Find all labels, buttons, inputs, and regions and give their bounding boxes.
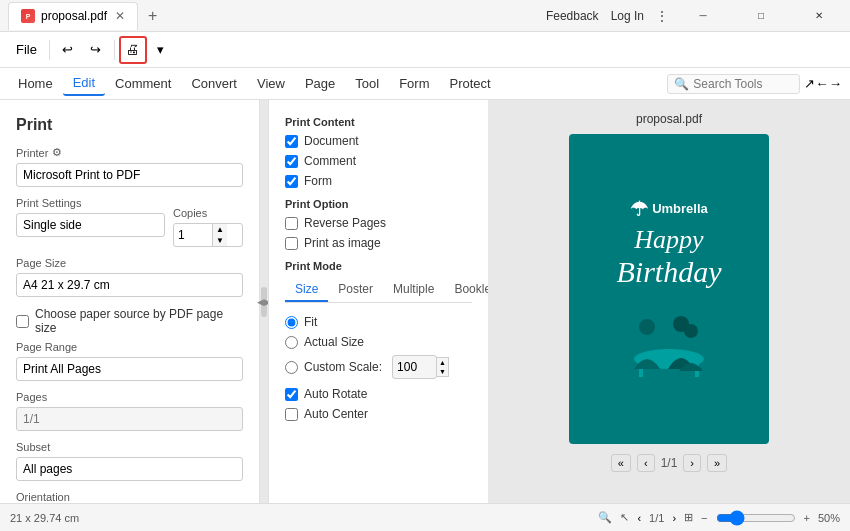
form-checkbox[interactable]: [285, 175, 298, 188]
auto-center-row: Auto Center: [285, 407, 472, 421]
status-right: 🔍 ↖ ‹ 1/1 › ⊞ − + 50%: [598, 510, 840, 526]
mode-tab-poster[interactable]: Poster: [328, 278, 383, 302]
file-menu-btn[interactable]: File: [8, 42, 45, 57]
panel-divider[interactable]: ◀▶: [260, 100, 268, 503]
next-page-btn[interactable]: ›: [683, 454, 701, 472]
reverse-pages-checkbox[interactable]: [285, 217, 298, 230]
menu-view[interactable]: View: [247, 72, 295, 95]
print-btn-toolbar[interactable]: 🖨: [119, 36, 147, 64]
copies-down-btn[interactable]: ▼: [213, 235, 227, 246]
pages-input[interactable]: [16, 407, 243, 431]
custom-scale-input[interactable]: [392, 355, 437, 379]
forward-btn[interactable]: →: [829, 76, 842, 91]
auto-rotate-checkbox[interactable]: [285, 388, 298, 401]
status-prev-btn[interactable]: ‹: [637, 512, 641, 524]
status-zoom-level: 50%: [818, 512, 840, 524]
print-settings-row: Print Settings Single side: [16, 197, 165, 237]
actual-size-radio[interactable]: [285, 336, 298, 349]
maximize-btn[interactable]: □: [738, 0, 784, 32]
copies-label: Copies: [173, 207, 243, 219]
custom-scale-radio[interactable]: [285, 361, 298, 374]
new-tab-btn[interactable]: +: [140, 3, 165, 29]
preview-nav: « ‹ 1/1 › »: [611, 454, 727, 472]
back-btn[interactable]: ←: [815, 76, 828, 91]
svg-point-7: [684, 324, 698, 338]
preview-birthday-text: Birthday: [617, 255, 722, 289]
pagesize-select[interactable]: A4 21 x 29.7 cm: [16, 273, 243, 297]
form-label: Form: [304, 174, 332, 188]
printer-settings-icon[interactable]: ⚙: [52, 146, 62, 159]
feedback-link[interactable]: Feedback: [546, 9, 599, 23]
redo-btn[interactable]: ↪: [82, 36, 110, 64]
menu-dots[interactable]: ⋮: [656, 9, 668, 23]
pages-label: Pages: [16, 391, 243, 403]
menu-form[interactable]: Form: [389, 72, 439, 95]
mode-tab-size[interactable]: Size: [285, 278, 328, 302]
choose-paper-label: Choose paper source by PDF page size: [35, 307, 243, 335]
pdf-icon: P: [21, 9, 35, 23]
title-bar: P proposal.pdf ✕ + Feedback Log In ⋮ ─ □…: [0, 0, 850, 32]
status-next-btn[interactable]: ›: [672, 512, 676, 524]
print-as-image-label: Print as image: [304, 236, 381, 250]
tab-filename: proposal.pdf: [41, 9, 107, 23]
menu-bar: Home Edit Comment Convert View Page Tool…: [0, 68, 850, 100]
document-checkbox-row: Document: [285, 134, 472, 148]
zoom-slider[interactable]: [716, 510, 796, 526]
file-tab[interactable]: P proposal.pdf ✕: [8, 2, 138, 30]
menu-edit[interactable]: Edit: [63, 71, 105, 96]
menu-comment[interactable]: Comment: [105, 72, 181, 95]
copies-input[interactable]: [174, 224, 212, 246]
preview-filename: proposal.pdf: [636, 112, 702, 126]
scale-up-btn[interactable]: ▲: [437, 358, 448, 367]
print-as-image-row: Print as image: [285, 236, 472, 250]
preview-card: ☂ Umbrella Happy Birthday: [569, 134, 769, 444]
custom-scale-label: Custom Scale:: [304, 360, 382, 374]
first-page-btn[interactable]: «: [611, 454, 631, 472]
pagerange-label: Page Range: [16, 341, 243, 353]
undo-btn[interactable]: ↩: [54, 36, 82, 64]
print-settings-select[interactable]: Single side: [16, 213, 165, 237]
subset-select[interactable]: All pages: [16, 457, 243, 481]
tab-close-btn[interactable]: ✕: [115, 9, 125, 23]
login-link[interactable]: Log In: [611, 9, 644, 23]
print-content-label: Print Content: [285, 116, 472, 128]
printer-select[interactable]: Microsoft Print to PDF: [16, 163, 243, 187]
comment-checkbox[interactable]: [285, 155, 298, 168]
print-as-image-checkbox[interactable]: [285, 237, 298, 250]
fit-radio[interactable]: [285, 316, 298, 329]
svg-point-5: [639, 319, 655, 335]
toolbar: File ↩ ↪ 🖨 ▾: [0, 32, 850, 68]
menu-home[interactable]: Home: [8, 72, 63, 95]
menu-protect[interactable]: Protect: [440, 72, 501, 95]
print-dialog-title: Print: [16, 116, 243, 134]
status-dimensions: 21 x 29.74 cm: [10, 512, 79, 524]
menu-page[interactable]: Page: [295, 72, 345, 95]
search-icon: 🔍: [674, 77, 689, 91]
copies-up-btn[interactable]: ▲: [213, 224, 227, 235]
comment-label: Comment: [304, 154, 356, 168]
minimize-btn[interactable]: ─: [680, 0, 726, 32]
search-box[interactable]: 🔍: [667, 74, 800, 94]
last-page-btn[interactable]: »: [707, 454, 727, 472]
auto-rotate-label: Auto Rotate: [304, 387, 367, 401]
external-link-btn[interactable]: ↗: [804, 76, 815, 91]
menu-convert[interactable]: Convert: [181, 72, 247, 95]
menu-tool[interactable]: Tool: [345, 72, 389, 95]
pagesize-label: Page Size: [16, 257, 243, 269]
print-dialog-panel: Print Printer ⚙ Microsoft Print to PDF P…: [0, 100, 260, 503]
mode-tab-multiple[interactable]: Multiple: [383, 278, 444, 302]
auto-center-checkbox[interactable]: [285, 408, 298, 421]
dropdown-btn[interactable]: ▾: [147, 36, 175, 64]
scale-down-btn[interactable]: ▼: [437, 367, 448, 376]
pagerange-select[interactable]: Print All Pages: [16, 357, 243, 381]
document-checkbox[interactable]: [285, 135, 298, 148]
printer-row: Printer ⚙ Microsoft Print to PDF: [16, 146, 243, 187]
subset-label: Subset: [16, 441, 243, 453]
print-option-section: Print Option Reverse Pages Print as imag…: [285, 198, 472, 250]
search-input[interactable]: [693, 77, 793, 91]
close-btn[interactable]: ✕: [796, 0, 842, 32]
print-settings-right: Print Content Document Comment Form Prin…: [268, 100, 488, 503]
status-icon-fit: ⊞: [684, 511, 693, 524]
choose-paper-checkbox[interactable]: [16, 315, 29, 328]
prev-page-btn[interactable]: ‹: [637, 454, 655, 472]
